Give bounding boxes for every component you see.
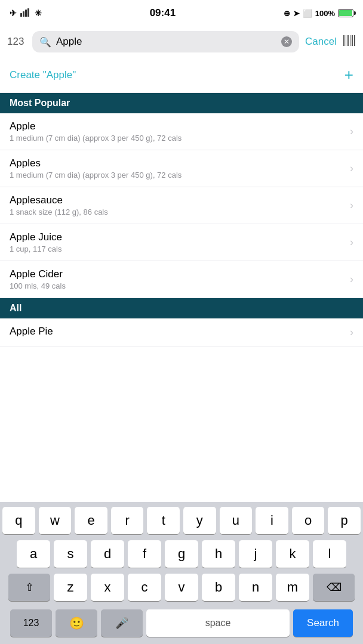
food-item-apple-juice[interactable]: Apple Juice 1 cup, 117 cals › [0,224,363,261]
food-item-applesauce[interactable]: Applesauce 1 snack size (112 g), 86 cals… [0,187,363,224]
key-e[interactable]: e [75,507,107,534]
location-icon: ⊕ [284,9,290,18]
status-bar: ✈ ✳ 09:41 ⊕ ➤ ⬜ 100% [0,0,363,26]
svg-rect-3 [27,8,29,17]
keyboard: q w e r t y u i o p a s d f g h j k l ⇧ … [0,502,363,644]
signal-bars [20,8,31,18]
key-k[interactable]: k [276,540,309,568]
food-info: Apple 1 medium (7 cm dia) (approx 3 per … [10,120,345,143]
shift-key[interactable]: ⇧ [8,574,50,601]
food-name: Apple Pie [10,326,345,338]
svg-rect-5 [346,35,346,46]
chevron-icon: › [350,162,353,175]
chevron-icon: › [350,273,353,286]
numeric-toggle[interactable]: 123 [7,36,26,48]
keyboard-row-2: a s d f g h j k l [2,540,361,568]
food-desc: 100 mls, 49 cals [10,281,345,290]
food-info: Apple Juice 1 cup, 117 cals [10,231,345,253]
food-name: Apple Juice [10,231,345,243]
plus-button[interactable]: + [344,66,353,84]
food-info: Applesauce 1 snack size (112 g), 86 cals [10,194,345,216]
food-desc: 1 medium (7 cm dia) (approx 3 per 450 g)… [10,171,345,179]
backspace-key[interactable]: ⌫ [313,574,355,601]
cancel-button[interactable]: Cancel [305,36,337,48]
brightness-icon: ✳ [35,8,42,18]
chevron-icon: › [350,199,353,212]
key-m[interactable]: m [276,574,309,601]
key-l[interactable]: l [313,540,346,568]
search-input-wrap: 🔍 ✕ [32,31,299,52]
chevron-icon: › [350,125,353,138]
num-key[interactable]: 123 [10,609,52,637]
key-d[interactable]: d [91,540,124,568]
space-key[interactable]: space [146,609,290,637]
time-display: 09:41 [150,7,176,19]
food-item-apples[interactable]: Apples 1 medium (7 cm dia) (approx 3 per… [0,150,363,187]
food-info: Apple Pie [10,326,345,339]
svg-rect-7 [350,35,350,46]
food-item-apple-cider[interactable]: Apple Cider 100 mls, 49 cals › [0,261,363,298]
key-i[interactable]: i [256,507,288,534]
key-z[interactable]: z [54,574,87,601]
food-item-apple-pie[interactable]: Apple Pie › [0,318,363,346]
key-w[interactable]: w [39,507,72,534]
key-j[interactable]: j [239,540,272,568]
barcode-icon[interactable] [343,34,356,50]
sections-container: Most Popular Apple 1 medium (7 cm dia) (… [0,93,363,346]
key-o[interactable]: o [292,507,325,534]
svg-rect-2 [25,10,27,17]
key-h[interactable]: h [202,540,235,568]
battery-percent: 100% [315,9,335,18]
key-t[interactable]: t [147,507,180,534]
chevron-icon: › [350,236,353,249]
keyboard-row-1: q w e r t y u i o p [2,507,361,534]
direction-icon: ➤ [293,9,300,18]
status-right: ⊕ ➤ ⬜ 100% [284,9,353,18]
food-desc: 1 medium (7 cm dia) (approx 3 per 450 g)… [10,134,345,143]
search-icon: 🔍 [39,36,51,48]
svg-rect-0 [20,13,22,17]
svg-rect-6 [347,35,349,46]
food-info: Apples 1 medium (7 cm dia) (approx 3 per… [10,157,345,179]
food-name: Apples [10,157,345,169]
emoji-key[interactable]: 🙂 [56,609,97,637]
key-x[interactable]: x [91,574,124,601]
food-name: Apple [10,120,345,132]
key-q[interactable]: q [2,507,35,534]
chevron-icon: › [350,326,353,339]
keyboard-bottom-row: 123 🙂 🎤 space Search [0,609,363,639]
key-g[interactable]: g [165,540,198,568]
food-desc: 1 cup, 117 cals [10,244,345,253]
svg-rect-9 [354,35,355,46]
search-area: 123 🔍 ✕ Cancel [0,26,363,57]
svg-rect-4 [343,35,344,46]
food-name: Applesauce [10,194,345,206]
search-input[interactable] [56,36,276,48]
mic-key[interactable]: 🎤 [101,609,143,637]
section-all: All [0,298,363,318]
key-y[interactable]: y [183,507,216,534]
section-most-popular: Most Popular [0,93,363,113]
key-f[interactable]: f [128,540,161,568]
airplane-icon: ✈ [10,8,17,18]
create-text: Create "Apple" [10,69,76,81]
key-n[interactable]: n [239,574,272,601]
key-p[interactable]: p [328,507,361,534]
food-info: Apple Cider 100 mls, 49 cals [10,268,345,290]
status-left: ✈ ✳ [10,8,42,18]
key-s[interactable]: s [54,540,87,568]
search-key[interactable]: Search [293,609,353,637]
svg-rect-1 [23,11,24,17]
screen-icon: ⬜ [303,9,312,18]
battery-icon [338,9,353,17]
keyboard-row-3: ⇧ z x c v b n m ⌫ [2,574,361,601]
key-b[interactable]: b [202,574,235,601]
key-r[interactable]: r [111,507,144,534]
key-a[interactable]: a [17,540,50,568]
clear-button[interactable]: ✕ [281,36,292,47]
food-item-apple[interactable]: Apple 1 medium (7 cm dia) (approx 3 per … [0,113,363,150]
create-row[interactable]: Create "Apple" + [0,57,363,93]
key-c[interactable]: c [128,574,161,601]
key-v[interactable]: v [165,574,198,601]
key-u[interactable]: u [220,507,253,534]
